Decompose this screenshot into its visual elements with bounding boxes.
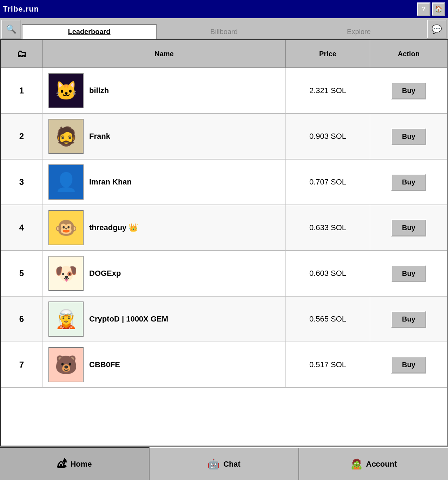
buy-button[interactable]: Buy <box>391 82 426 99</box>
tab-explore[interactable]: Explore <box>291 24 426 39</box>
action-cell: Buy <box>370 205 447 250</box>
name-cell: 🧔 Frank <box>43 114 286 159</box>
price-cell: 0.707 SOL <box>286 160 370 205</box>
name-cell: 🐵 threadguy 👑 <box>43 205 286 250</box>
home-button[interactable]: 🏠 <box>432 2 445 16</box>
table-row: 6 🧝 CryptoD | 1000X GEM 0.565 SOL Buy <box>1 297 447 342</box>
price-cell: 2.321 SOL <box>286 68 370 113</box>
name-cell: 👤 Imran Khan <box>43 160 286 205</box>
avatar: 👤 <box>48 164 84 200</box>
tab-leaderboard[interactable]: Leaderboard <box>22 24 157 39</box>
nav-tabs: Leaderboard Billboard Explore <box>22 20 426 39</box>
rank-cell: 4 <box>1 205 43 250</box>
home-nav-icon: 🏕 <box>57 458 67 470</box>
header-rank: 🗂 <box>1 40 43 67</box>
search-button[interactable]: 🔍 <box>1 20 21 39</box>
table-header: 🗂 Name Price Action <box>1 40 447 68</box>
price-cell: 0.633 SOL <box>286 205 370 250</box>
nav-bar: 🔍 Leaderboard Billboard Explore 💬 <box>0 18 448 39</box>
rank-cell: 1 <box>1 68 43 113</box>
table-row: 3 👤 Imran Khan 0.707 SOL Buy <box>1 160 447 205</box>
buy-button[interactable]: Buy <box>391 356 426 374</box>
action-cell: Buy <box>370 297 447 342</box>
avatar: 🧝 <box>48 301 84 337</box>
leaderboard-table: 🗂 Name Price Action 1 🐱 billzh 2.321 SOL… <box>0 39 448 446</box>
title-bar: Tribe.run ? 🏠 <box>0 0 448 18</box>
price-cell: 0.903 SOL <box>286 114 370 159</box>
user-name: CBB0FE <box>89 360 120 369</box>
app-title: Tribe.run <box>3 5 39 14</box>
action-cell: Buy <box>370 160 447 205</box>
avatar: 🐻 <box>48 347 84 382</box>
chat-nav-label: Chat <box>223 460 241 469</box>
price-cell: 0.565 SOL <box>286 297 370 342</box>
table-row: 2 🧔 Frank 0.903 SOL Buy <box>1 114 447 160</box>
avatar: 🧔 <box>48 119 84 154</box>
rank-cell: 6 <box>1 297 43 342</box>
action-cell: Buy <box>370 114 447 159</box>
home-nav-label: Home <box>70 460 92 469</box>
bottom-nav-chat[interactable]: 🤖 Chat <box>150 447 299 480</box>
tab-billboard[interactable]: Billboard <box>157 24 291 39</box>
header-action: Action <box>370 40 447 67</box>
rank-cell: 5 <box>1 251 43 296</box>
name-cell: 🐶 DOGExp <box>43 251 286 296</box>
user-name: billzh <box>89 86 109 95</box>
table-row: 4 🐵 threadguy 👑 0.633 SOL Buy <box>1 205 447 251</box>
bottom-nav-home[interactable]: 🏕 Home <box>0 447 150 480</box>
account-nav-icon: 🧟 <box>350 458 363 470</box>
help-button[interactable]: ? <box>417 2 430 16</box>
chat-icon-button[interactable]: 💬 <box>427 20 447 39</box>
bottom-nav-account[interactable]: 🧟 Account <box>299 447 448 480</box>
rank-cell: 3 <box>1 160 43 205</box>
search-icon: 🔍 <box>6 24 17 34</box>
bottom-nav: 🏕 Home 🤖 Chat 🧟 Account <box>0 446 448 480</box>
avatar: 🐱 <box>48 73 84 108</box>
user-name: CryptoD | 1000X GEM <box>89 314 168 324</box>
rank-cell: 7 <box>1 342 43 387</box>
title-bar-buttons: ? 🏠 <box>417 2 445 16</box>
buy-button[interactable]: Buy <box>391 219 426 236</box>
avatar: 🐵 <box>48 210 84 245</box>
rank-icon: 🗂 <box>17 48 27 60</box>
header-name: Name <box>43 40 286 67</box>
header-price: Price <box>286 40 370 67</box>
table-row: 7 🐻 CBB0FE 0.517 SOL Buy <box>1 342 447 388</box>
price-cell: 0.517 SOL <box>286 342 370 387</box>
user-name: threadguy 👑 <box>89 223 138 232</box>
rank-cell: 2 <box>1 114 43 159</box>
table-row: 1 🐱 billzh 2.321 SOL Buy <box>1 68 447 114</box>
user-name: Imran Khan <box>89 177 132 187</box>
table-body: 1 🐱 billzh 2.321 SOL Buy 2 🧔 Frank 0.903… <box>1 68 447 388</box>
buy-button[interactable]: Buy <box>391 128 426 145</box>
action-cell: Buy <box>370 251 447 296</box>
chat-nav-icon: 🤖 <box>207 458 220 470</box>
buy-button[interactable]: Buy <box>391 311 426 328</box>
action-cell: Buy <box>370 68 447 113</box>
chat-icon: 💬 <box>431 24 442 34</box>
action-cell: Buy <box>370 342 447 387</box>
avatar: 🐶 <box>48 256 84 291</box>
account-nav-label: Account <box>366 460 397 469</box>
user-name: Frank <box>89 132 110 141</box>
price-cell: 0.603 SOL <box>286 251 370 296</box>
name-cell: 🐻 CBB0FE <box>43 342 286 387</box>
buy-button[interactable]: Buy <box>391 265 426 282</box>
buy-button[interactable]: Buy <box>391 174 426 191</box>
table-row: 5 🐶 DOGExp 0.603 SOL Buy <box>1 251 447 297</box>
name-cell: 🐱 billzh <box>43 68 286 113</box>
user-name: DOGExp <box>89 269 121 278</box>
name-cell: 🧝 CryptoD | 1000X GEM <box>43 297 286 342</box>
